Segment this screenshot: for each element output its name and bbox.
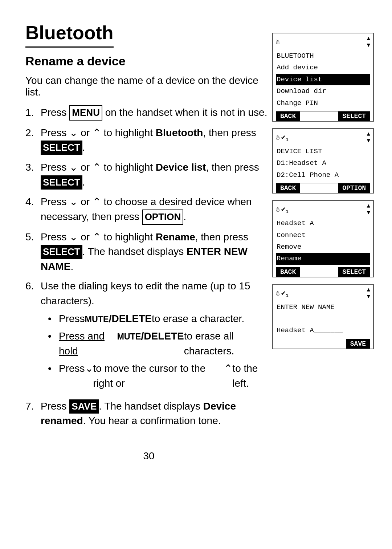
select-key: SELECT xyxy=(41,141,82,155)
screen3-rename: Rename xyxy=(276,253,370,264)
screen1-row-bt-title: BLUETOOTH xyxy=(276,50,370,62)
screen-enter-name: ☃ ✔1 ▲ ▼ ENTER NEW NAME Headset A_______… xyxy=(272,284,374,349)
arrow-up-scroll-4: ▲ xyxy=(367,287,370,293)
screen2-d2: D2:Cell Phone A xyxy=(276,169,370,181)
arrow-up-icon: ⌃ xyxy=(93,126,101,141)
page: Bluetooth Rename a device You can change… xyxy=(0,0,392,484)
arrow-down-scroll-1: ▼ xyxy=(367,42,370,49)
screen1-topbar: ☃ ▲ ▼ xyxy=(276,36,370,49)
steps-list: Press MENU on the handset when it is not… xyxy=(25,105,272,428)
bluetooth-label: Bluetooth xyxy=(156,127,203,138)
scroll-arrows-4: ▲ ▼ xyxy=(367,287,370,300)
arrow-down-icon: ⌄ xyxy=(69,126,78,141)
screen3-icons: ☃ ✔1 xyxy=(276,204,289,215)
menu-key: MENU xyxy=(69,105,102,121)
step-2-content: Press ⌄ or ⌃ to highlight Bluetooth, the… xyxy=(41,126,272,155)
step-4-content: Press ⌄ or ⌃ to choose a desired device … xyxy=(41,195,272,224)
screen4-title: ENTER NEW NAME xyxy=(276,301,370,313)
screen1-row-pin: Change PIN xyxy=(276,97,370,109)
screen4-icons: ☃ ✔1 xyxy=(276,288,289,298)
mute-key-label: MUTE/DELETE xyxy=(85,312,152,326)
save-key: SAVE xyxy=(69,399,99,414)
rename-label: Rename xyxy=(156,231,195,243)
screen3-remove: Remove xyxy=(276,241,370,253)
mute-delete-label: MUTE/DELETE xyxy=(117,329,184,344)
arrow-up-scroll-1: ▲ xyxy=(367,36,370,42)
step-4: Press ⌄ or ⌃ to choose a desired device … xyxy=(25,195,272,224)
arrow-up-icon-6: ⌃ xyxy=(224,361,232,376)
arrow-down-icon-6: ⌄ xyxy=(85,361,93,376)
handset-icon-3: ☃ xyxy=(276,206,280,214)
arrow-up-icon-4: ⌃ xyxy=(93,195,101,210)
screen1-row-devicelist: Device list xyxy=(276,74,370,85)
step-3: Press ⌄ or ⌃ to highlight Device list, t… xyxy=(25,160,272,190)
press-hold-label: Press and hold xyxy=(59,329,117,358)
screen2-d1: D1:Headset A xyxy=(276,157,370,169)
back-btn-3: BACK xyxy=(276,267,300,277)
screen1-row-download: Download dir xyxy=(276,85,370,97)
screen3-device-name: Headset A xyxy=(276,217,370,229)
handset-icon-4: ☃ xyxy=(276,289,280,297)
back-btn-1: BACK xyxy=(276,111,300,121)
screen3-buttons: BACK SELECT xyxy=(276,267,370,277)
select-btn-3: SELECT xyxy=(338,267,370,277)
step-6-content: Use the dialing keys to edit the name (u… xyxy=(41,279,272,394)
page-title: Bluetooth xyxy=(25,22,114,48)
step-1-content: Press MENU on the handset when it is not… xyxy=(41,105,272,121)
handset-icon-2: ☃ xyxy=(276,134,280,142)
arrow-down-scroll-3: ▼ xyxy=(367,210,370,216)
arrow-down-scroll-2: ▼ xyxy=(367,138,370,144)
arrow-down-icon-4: ⌄ xyxy=(69,195,78,210)
step-5: Press ⌄ or ⌃ to highlight Rename, then p… xyxy=(25,230,272,274)
bullet-6-1: Press MUTE/DELETE to erase a character. xyxy=(41,312,272,326)
screen4-blank xyxy=(276,313,370,325)
bluetooth-icon-4: ✔1 xyxy=(281,288,289,298)
content-area: Bluetooth Rename a device You can change… xyxy=(25,22,272,462)
select-key-3: SELECT xyxy=(41,175,82,190)
bt-sub-2: 1 xyxy=(286,137,289,143)
screen4-topbar: ☃ ✔1 ▲ ▼ xyxy=(276,287,370,300)
arrow-up-scroll-3: ▲ xyxy=(367,203,370,210)
section-title: Rename a device xyxy=(25,54,272,68)
arrow-down-icon-5: ⌄ xyxy=(69,230,78,245)
screen1-icons: ☃ xyxy=(276,38,280,46)
back-btn-2: BACK xyxy=(276,183,300,193)
step-3-content: Press ⌄ or ⌃ to highlight Device list, t… xyxy=(41,160,272,190)
option-btn-2: OPTION xyxy=(338,183,370,193)
screen1-buttons: BACK SELECT xyxy=(276,111,370,121)
bt-sub-3: 1 xyxy=(286,209,289,215)
screen4-name-field: Headset A_______ xyxy=(276,325,370,336)
screen4-buttons: SAVE xyxy=(276,339,370,349)
screen2-content: DEVICE LIST D1:Headset A D2:Cell Phone A xyxy=(276,146,370,181)
screen-rename: ☃ ✔1 ▲ ▼ Headset A Connect Remove Rename… xyxy=(272,200,374,277)
arrow-down-scroll-4: ▼ xyxy=(367,293,370,300)
arrow-down-icon-3: ⌄ xyxy=(69,160,78,175)
scroll-arrows-3: ▲ ▼ xyxy=(367,203,370,216)
step-6: Use the dialing keys to edit the name (u… xyxy=(25,279,272,394)
screen2-title: DEVICE LIST xyxy=(276,146,370,157)
bluetooth-icon-2: ✔1 xyxy=(281,133,289,143)
screens-panel: ☃ ▲ ▼ BLUETOOTH Add device Device list D… xyxy=(272,33,374,349)
step-2: Press ⌄ or ⌃ to highlight Bluetooth, the… xyxy=(25,126,272,155)
screen4-content: ENTER NEW NAME Headset A_______ xyxy=(276,301,370,337)
step-7-content: Press SAVE. The handset displays Device … xyxy=(41,399,272,428)
screen3-connect: Connect xyxy=(276,229,370,241)
option-key: OPTION xyxy=(142,210,184,225)
bullet-6-3: Press ⌄ to move the cursor to the right … xyxy=(41,361,272,391)
step-1: Press MENU on the handset when it is not… xyxy=(25,105,272,121)
screen1-row-add: Add device xyxy=(276,62,370,73)
screen3-content: Headset A Connect Remove Rename xyxy=(276,217,370,265)
device-list-label: Device list xyxy=(156,162,206,173)
select-key-5: SELECT xyxy=(41,245,82,259)
arrow-up-icon-3: ⌃ xyxy=(93,160,101,175)
page-number: 30 xyxy=(25,450,272,462)
scroll-arrows-1: ▲ ▼ xyxy=(367,36,370,49)
scroll-arrows-2: ▲ ▼ xyxy=(367,131,370,144)
bullet-6-2: Press and hold MUTE/DELETE to erase all … xyxy=(41,329,272,358)
screen-bluetooth: ☃ ▲ ▼ BLUETOOTH Add device Device list D… xyxy=(272,33,374,122)
screen-devicelist: ☃ ✔1 ▲ ▼ DEVICE LIST D1:Headset A D2:Cel… xyxy=(272,128,374,194)
screen1-content: BLUETOOTH Add device Device list Downloa… xyxy=(276,50,370,109)
save-btn-4: SAVE xyxy=(346,339,370,349)
step-6-bullets: Press MUTE/DELETE to erase a character. … xyxy=(41,312,272,391)
screen3-topbar: ☃ ✔1 ▲ ▼ xyxy=(276,203,370,216)
